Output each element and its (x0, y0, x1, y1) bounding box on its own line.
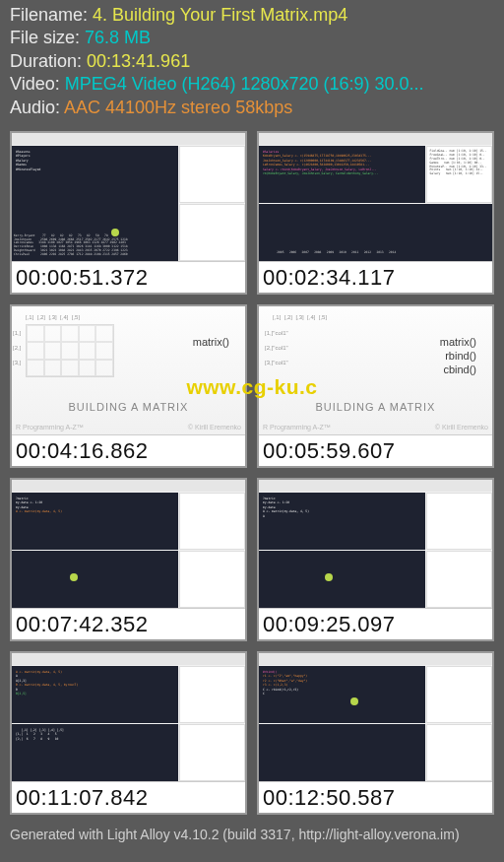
slide-title: BUILDING A MATRIX (259, 401, 492, 413)
slide-func: matrix() (193, 336, 229, 348)
thumbnail-6: ?matrixmy.data <- 1:20my.dataA <- matrix… (257, 478, 494, 641)
generator-footer: Generated with Light Alloy v4.10.2 (buil… (10, 827, 494, 842)
thumbnail-3: [,1] [,2] [,3] [,4] [,5] [1,][2,][3,] ma… (10, 304, 247, 468)
thumbnail-1: #Seasons#Players#Salary#Games#MinutesPla… (10, 131, 247, 295)
video-row: Video: MPEG4 Video (H264) 1280x720 (16:9… (10, 73, 494, 96)
thumbnail-image: [,1] [,2] [,3] [,4] [,5] [1,]"col1"[2,]"… (259, 306, 492, 434)
audio-row: Audio: AAC 44100Hz stereo 58kbps (10, 97, 494, 119)
slide-footer-left: R Programming A-Z™ (263, 424, 331, 431)
timestamp: 00:00:51.372 (12, 261, 245, 293)
timestamp: 00:05:59.607 (259, 434, 492, 466)
slide-func: matrix() (440, 336, 476, 348)
thumbnail-grid: #Seasons#Players#Salary#Games#MinutesPla… (10, 131, 494, 815)
slide-footer-right: © Kirill Eremenko (188, 424, 241, 431)
duration-row: Duration: 00:13:41.961 (10, 50, 494, 73)
slide-title: BUILDING A MATRIX (12, 401, 245, 413)
thumbnail-2: #Salaries KobeBryant_Salary <- c(1594687… (257, 131, 494, 295)
audio-label: Audio: (10, 98, 64, 117)
thumbnail-7: A <- matrix(my.data, 4, 5)AA[2,3]B <- ma… (10, 651, 247, 815)
slide-func: cbind() (443, 364, 476, 375)
slide-footer-right: © Kirill Eremenko (435, 424, 488, 431)
thumbnail-image: ?matrixmy.data <- 1:20my.dataA <- matrix… (259, 480, 492, 608)
thumbnail-image: A <- matrix(my.data, 4, 5)AA[2,3]B <- ma… (12, 653, 245, 781)
slide-func: rbind() (445, 350, 476, 362)
filename-row: Filename: 4. Building Your First Matrix.… (10, 4, 494, 27)
timestamp: 00:12:50.587 (259, 781, 492, 813)
timestamp: 00:11:07.842 (12, 781, 245, 813)
video-label: Video: (10, 74, 65, 94)
video-value: MPEG4 Video (H264) 1280x720 (16:9) 30.0.… (65, 74, 424, 94)
filesize-value: 76.8 MB (85, 28, 151, 47)
filename-label: Filename: (10, 5, 93, 25)
file-info: Filename: 4. Building Your First Matrix.… (10, 4, 494, 119)
duration-value: 00:13:41.961 (87, 51, 190, 71)
thumbnail-8: #rbind()r1 <- c("I","am","happy")r2 <- c… (257, 651, 494, 815)
thumbnail-image: #rbind()r1 <- c("I","am","happy")r2 <- c… (259, 653, 492, 781)
duration-label: Duration: (10, 51, 87, 71)
timestamp: 00:09:25.097 (259, 608, 492, 639)
audio-value: AAC 44100Hz stereo 58kbps (64, 98, 292, 117)
thumbnail-5: ?matrixmy.data <- 1:20my.dataA <- matrix… (10, 478, 247, 641)
thumbnail-image: ?matrixmy.data <- 1:20my.dataA <- matrix… (12, 480, 245, 608)
filesize-label: File size: (10, 28, 85, 47)
thumbnail-image: #Salaries KobeBryant_Salary <- c(1594687… (259, 133, 492, 261)
thumbnail-image: #Seasons#Players#Salary#Games#MinutesPla… (12, 133, 245, 261)
thumbnail-image: [,1] [,2] [,3] [,4] [,5] [1,][2,][3,] ma… (12, 306, 245, 434)
filesize-row: File size: 76.8 MB (10, 27, 494, 49)
timestamp: 00:04:16.862 (12, 434, 245, 466)
slide-footer-left: R Programming A-Z™ (16, 424, 84, 431)
thumbnail-4: [,1] [,2] [,3] [,4] [,5] [1,]"col1"[2,]"… (257, 304, 494, 468)
timestamp: 00:02:34.117 (259, 261, 492, 293)
timestamp: 00:07:42.352 (12, 608, 245, 639)
filename-value: 4. Building Your First Matrix.mp4 (93, 5, 347, 25)
